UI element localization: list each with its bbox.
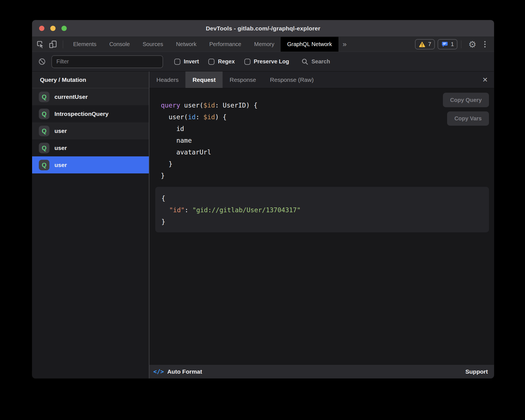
query-list: QcurrentUserQIntrospectionQueryQuserQuse…	[32, 88, 149, 173]
query-type-badge: Q	[39, 143, 49, 153]
toolbar-divider	[461, 40, 461, 48]
tab-console[interactable]: Console	[103, 37, 136, 52]
checkbox-regex[interactable]: Regex	[208, 58, 235, 65]
query-name-label: user	[54, 128, 67, 134]
toolbar-right-controls: 7 1 ⚙	[412, 37, 494, 52]
code-line: }	[161, 158, 257, 170]
more-tabs-button[interactable]: »	[338, 37, 351, 52]
query-name-label: user	[54, 162, 67, 168]
tab-performance[interactable]: Performance	[203, 37, 248, 52]
query-list-item-currentuser[interactable]: QcurrentUser	[32, 88, 149, 105]
minimize-window-button[interactable]	[50, 26, 56, 31]
close-window-button[interactable]	[39, 26, 44, 31]
code-line: query user($id: UserID) {	[161, 99, 257, 111]
query-list-item-user[interactable]: Quser	[32, 122, 149, 139]
kebab-dot	[484, 41, 486, 42]
settings-gear-button[interactable]: ⚙	[465, 40, 480, 49]
inspect-element-button[interactable]	[32, 37, 47, 52]
code-format-icon: </>	[153, 368, 164, 375]
clear-requests-button[interactable]	[32, 58, 49, 65]
query-name-label: user	[54, 145, 67, 151]
checkbox-box[interactable]	[208, 59, 214, 65]
checkbox-invert[interactable]: Invert	[174, 58, 199, 65]
devtools-window: DevTools - gitlab.com/-/graphql-explorer…	[32, 20, 494, 378]
query-type-badge: Q	[39, 126, 49, 136]
query-list-item-introspectionquery[interactable]: QIntrospectionQuery	[32, 105, 149, 122]
code-line: {	[161, 192, 489, 204]
close-icon: ✕	[482, 76, 488, 83]
query-list-sidebar: Query / Mutation QcurrentUserQIntrospect…	[32, 71, 149, 378]
detail-tab-strip: HeadersRequestResponseResponse (Raw) ✕	[149, 71, 494, 88]
warning-count: 7	[428, 41, 431, 47]
kebab-dot	[484, 46, 486, 47]
tab-graphql-network[interactable]: GraphQL Network	[281, 37, 338, 52]
query-name-label: IntrospectionQuery	[54, 111, 109, 117]
inspect-cursor-icon	[36, 40, 45, 49]
graphql-query-code: query user($id: UserID) { user(id: $id) …	[161, 99, 257, 182]
code-line: avatarUrl	[161, 146, 257, 158]
devtools-tab-strip: ElementsConsoleSourcesNetworkPerformance…	[67, 37, 338, 52]
code-line: }	[161, 170, 257, 182]
support-link[interactable]: Support	[466, 368, 488, 375]
query-type-badge: Q	[39, 92, 49, 102]
code-line: name	[161, 135, 257, 146]
filter-bar: InvertRegexPreserve Log Search	[32, 52, 494, 71]
detail-tab-headers[interactable]: Headers	[149, 71, 185, 88]
query-type-badge: Q	[39, 160, 49, 170]
checkbox-box[interactable]	[244, 59, 250, 65]
filter-checkbox-group: InvertRegexPreserve Log	[174, 58, 289, 65]
query-type-badge: Q	[39, 109, 49, 119]
copy-vars-button[interactable]: Copy Vars	[447, 111, 489, 126]
toolbar-divider	[63, 40, 63, 48]
detail-tab-request[interactable]: Request	[185, 71, 223, 88]
auto-format-button[interactable]: Auto Format	[167, 368, 202, 375]
messages-badge[interactable]: 1	[438, 39, 457, 49]
traffic-lights	[39, 20, 67, 37]
detail-tab-response[interactable]: Response	[223, 71, 263, 88]
checkbox-box[interactable]	[174, 59, 180, 65]
block-circle-icon	[38, 58, 46, 65]
query-name-label: currentUser	[54, 94, 88, 100]
tab-elements[interactable]: Elements	[67, 37, 103, 52]
search-label: Search	[311, 58, 330, 65]
kebab-dot	[484, 44, 486, 45]
checkbox-label: Preserve Log	[254, 58, 289, 65]
code-line: "id": "gid://gitlab/User/13704317"	[161, 204, 489, 216]
close-panel-button[interactable]: ✕	[476, 71, 494, 88]
checkbox-label: Invert	[184, 58, 199, 65]
devtools-toolbar: ElementsConsoleSourcesNetworkPerformance…	[32, 37, 494, 52]
main-split: Query / Mutation QcurrentUserQIntrospect…	[32, 71, 494, 378]
search-icon	[301, 58, 309, 65]
query-variables-box: { "id": "gid://gitlab/User/13704317"}	[155, 187, 489, 232]
kebab-menu-button[interactable]	[480, 41, 490, 47]
detail-tabs: HeadersRequestResponseResponse (Raw)	[149, 71, 321, 88]
tab-sources[interactable]: Sources	[136, 37, 170, 52]
titlebar: DevTools - gitlab.com/-/graphql-explorer	[32, 20, 494, 37]
message-count: 1	[451, 41, 454, 47]
detail-tab-response-raw[interactable]: Response (Raw)	[263, 71, 321, 88]
chat-bubble-icon	[441, 41, 448, 48]
request-tab-content: query user($id: UserID) { user(id: $id) …	[149, 88, 494, 364]
panel-footer: </> Auto Format Support	[149, 364, 494, 378]
desktop-background: { "window": { "title": "DevTools - gitla…	[0, 0, 525, 420]
copy-query-button[interactable]: Copy Query	[443, 93, 489, 107]
checkbox-label: Regex	[218, 58, 235, 65]
code-line: user(id: $id) {	[161, 111, 257, 123]
tab-network[interactable]: Network	[170, 37, 203, 52]
code-line: }	[161, 216, 489, 228]
tab-memory[interactable]: Memory	[248, 37, 281, 52]
query-list-item-user[interactable]: Quser	[32, 139, 149, 156]
code-line: id	[161, 123, 257, 135]
issues-warning-badge[interactable]: 7	[415, 39, 435, 49]
fullscreen-window-button[interactable]	[61, 26, 67, 31]
request-detail-panel: HeadersRequestResponseResponse (Raw) ✕ q…	[149, 71, 494, 378]
device-toolbar-icon	[49, 40, 57, 49]
query-list-item-user[interactable]: Quser	[32, 156, 149, 173]
search-button[interactable]: Search	[301, 58, 330, 65]
filter-input[interactable]	[51, 55, 163, 68]
warning-triangle-icon	[419, 41, 426, 48]
query-list-header: Query / Mutation	[32, 71, 149, 88]
window-title: DevTools - gitlab.com/-/graphql-explorer	[206, 25, 320, 32]
checkbox-preserve-log[interactable]: Preserve Log	[244, 58, 289, 65]
device-toolbar-button[interactable]	[47, 37, 59, 52]
